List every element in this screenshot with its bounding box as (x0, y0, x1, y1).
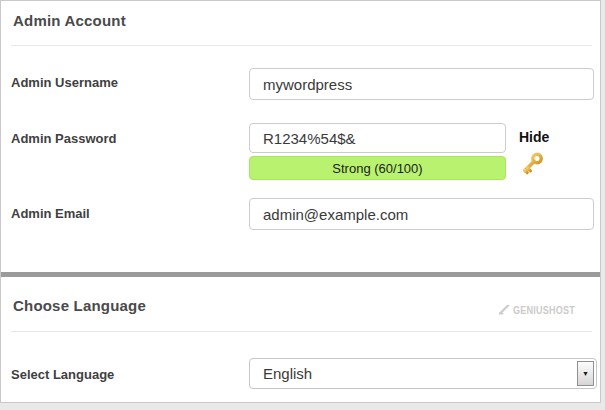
language-select[interactable]: English ▼ (249, 358, 597, 389)
language-select-value: English (263, 359, 312, 388)
admin-email-label: Admin Email (11, 206, 90, 221)
host-watermark-text: GENIUSHOST (513, 304, 575, 316)
admin-username-input[interactable] (249, 68, 594, 100)
host-watermark: GENIUSHOST (498, 304, 589, 316)
section-divider-line (11, 331, 592, 332)
password-strength-bar: Strong (60/100) (249, 156, 506, 180)
admin-username-label: Admin Username (11, 75, 118, 90)
host-logo-icon (498, 304, 511, 316)
section-separator-bar (1, 272, 600, 277)
password-hide-toggle[interactable]: Hide (519, 129, 549, 145)
select-language-label: Select Language (11, 367, 114, 382)
admin-password-input[interactable] (249, 123, 506, 153)
section-divider-line (11, 45, 592, 46)
chevron-down-icon: ▼ (582, 370, 589, 377)
language-select-arrow-button[interactable]: ▼ (577, 361, 594, 386)
key-icon (517, 149, 547, 179)
generate-password-button[interactable] (517, 149, 547, 179)
password-strength-text: Strong (60/100) (332, 161, 422, 176)
admin-account-section-title: Admin Account (13, 12, 126, 29)
admin-email-input[interactable] (249, 198, 594, 230)
choose-language-section-title: Choose Language (13, 297, 146, 314)
admin-password-label: Admin Password (11, 131, 116, 146)
installer-form-panel: Admin Account Admin Username Admin Passw… (0, 0, 601, 403)
